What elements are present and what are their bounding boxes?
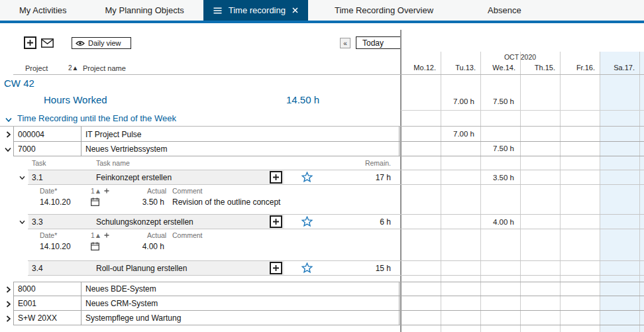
tab-my-activities[interactable]: My Activities [0, 0, 86, 21]
column-header-project[interactable]: Project [25, 64, 48, 72]
project-id-cell[interactable]: 000004 [14, 127, 81, 142]
entry-sort-indicator[interactable]: 1▲ [91, 187, 101, 195]
column-header-task-name: Task name [96, 159, 130, 167]
project-row: S+W 20XX Systempflege und Wartung [0, 311, 644, 325]
task-header-row: Task Task name Remain. [0, 159, 644, 169]
menu-icon[interactable] [213, 7, 222, 14]
task-name[interactable]: Schulungskonzept erstellen [96, 217, 193, 227]
task-name[interactable]: Feinkonzept erstellen [96, 173, 172, 182]
column-header-actual: Actual [147, 231, 166, 239]
project-name-cell[interactable]: Neues Vertriebssystem [81, 142, 399, 156]
day-header-sa[interactable]: Sa.17. [600, 64, 639, 72]
tab-time-recording[interactable]: Time recording [203, 0, 308, 21]
calendar-icon[interactable] [91, 197, 99, 206]
project-id-cell[interactable]: 7000 [14, 142, 81, 156]
hours-worked-total: 14.50 h [265, 94, 319, 105]
day-header-tu[interactable]: Tu.13. [441, 64, 480, 72]
project-name-cell[interactable]: Systempflege und Wartung [81, 311, 399, 325]
favorite-star-icon[interactable] [301, 172, 313, 182]
add-booking-button[interactable] [270, 171, 282, 184]
hours-worked-label: Hours Worked [44, 94, 107, 105]
project-id-cell[interactable]: S+W 20XX [14, 311, 81, 325]
tab-label: My Activities [19, 5, 67, 15]
entry-date[interactable]: 14.10.20 [40, 197, 71, 207]
close-tab-icon[interactable] [292, 7, 298, 13]
project-id-cell[interactable]: E001 [14, 296, 81, 311]
entry-actual[interactable]: 4.00 h [135, 242, 164, 251]
expand-row-icon[interactable] [6, 301, 11, 307]
tab-my-planning-objects[interactable]: My Planning Objects [86, 0, 203, 21]
project-row: 8000 Neues BDE-System [0, 282, 644, 296]
project-cells: 000004 IT Project Pulse [13, 127, 400, 142]
sort-indicator[interactable]: 2▲ [68, 64, 78, 72]
remain-value: 15 h [345, 264, 391, 273]
add-button[interactable] [24, 36, 36, 49]
tab-time-recording-overview[interactable]: Time Recording Overview [308, 0, 460, 21]
column-header-comment: Comment [172, 231, 203, 239]
column-header-date: Date* [40, 231, 57, 239]
tab-label: My Planning Objects [105, 5, 184, 15]
calendar-week-label: CW 42 [4, 78, 34, 89]
collapse-row-icon[interactable] [5, 147, 11, 152]
entry-sort-indicator[interactable]: 1▲ [91, 231, 101, 239]
project-cells: 8000 Neues BDE-System [13, 282, 400, 296]
remain-value: 6 h [345, 217, 391, 227]
accent-strip [0, 21, 644, 23]
entry-row: 14.10.20 3.50 h Revision of the outline … [0, 196, 644, 209]
day-header-mo[interactable]: Mo.12. [401, 64, 441, 72]
favorite-star-icon[interactable] [301, 262, 313, 273]
hours-day-cell: 7.50 h [480, 97, 520, 105]
entry-row: 14.10.20 4.00 h [0, 241, 644, 254]
tab-absence[interactable]: Absence [460, 0, 549, 21]
collapse-task-icon[interactable] [19, 176, 25, 180]
previous-button[interactable]: « [340, 38, 350, 48]
section-title[interactable]: Time Recording until the End of the Week [17, 113, 176, 123]
entry-actual[interactable]: 3.50 h [135, 197, 164, 207]
project-cells: S+W 20XX Systempflege und Wartung [13, 311, 400, 325]
today-button[interactable]: Today [356, 36, 402, 49]
add-booking-button[interactable] [270, 262, 282, 274]
task-name[interactable]: Roll-out Planung erstellen [96, 264, 187, 273]
column-header-date: Date* [40, 187, 57, 195]
entry-comment[interactable]: Revision of the outline concept [172, 197, 280, 207]
expand-row-icon[interactable] [6, 315, 11, 322]
favorite-star-icon[interactable] [301, 216, 313, 227]
project-id-cell[interactable]: 8000 [14, 282, 81, 296]
column-header-actual: Actual [147, 187, 166, 195]
month-header: OCT 2020 [401, 53, 639, 61]
collapse-task-icon[interactable] [19, 220, 25, 224]
day-header-we[interactable]: We.14. [480, 64, 520, 72]
expand-row-icon[interactable] [6, 286, 11, 293]
project-name-cell[interactable]: IT Project Pulse [81, 127, 399, 142]
add-entry-icon[interactable] [104, 233, 109, 238]
task-id[interactable]: 3.1 [32, 173, 43, 182]
day-header-th[interactable]: Th.15. [520, 64, 560, 72]
task-id[interactable]: 3.3 [32, 217, 43, 227]
view-mode-label: Daily view [88, 39, 121, 47]
column-header-project-name[interactable]: Project name [83, 64, 126, 72]
mail-icon[interactable] [40, 38, 54, 48]
entry-date[interactable]: 14.10.20 [40, 242, 71, 251]
task-row: 3.3 Schulungskonzept erstellen 6 h 4.00 … [0, 214, 644, 230]
tab-label: Absence [488, 5, 521, 15]
tab-label: Time Recording Overview [335, 5, 433, 15]
project-row: 7000 Neues Vertriebssystem 7.50 h [0, 142, 644, 156]
day-header-fr[interactable]: Fr.16. [560, 64, 600, 72]
calendar-icon[interactable] [91, 242, 99, 250]
project-name-cell[interactable]: Neues CRM-System [81, 296, 399, 311]
collapse-section-icon[interactable] [5, 117, 12, 122]
day-cell[interactable]: 3.50 h [480, 174, 520, 182]
view-mode-select[interactable]: Daily view [72, 37, 131, 49]
project-row: E001 Neues CRM-System [0, 296, 644, 311]
hours-worked-row: Hours Worked 14.50 h 7.00 h 7.50 h [0, 93, 644, 111]
entry-header-row: Date* 1▲ Actual Comment [0, 187, 644, 195]
add-booking-button[interactable] [270, 215, 282, 228]
add-entry-icon[interactable] [104, 188, 109, 194]
week-section-row: Time Recording until the End of the Week [0, 111, 644, 126]
day-cell[interactable]: 4.00 h [480, 218, 520, 226]
expand-row-icon[interactable] [6, 131, 11, 138]
project-name-cell[interactable]: Neues BDE-System [81, 282, 399, 296]
task-id[interactable]: 3.4 [32, 264, 43, 273]
grid-rule [401, 110, 644, 111]
week-row: CW 42 [0, 78, 644, 92]
